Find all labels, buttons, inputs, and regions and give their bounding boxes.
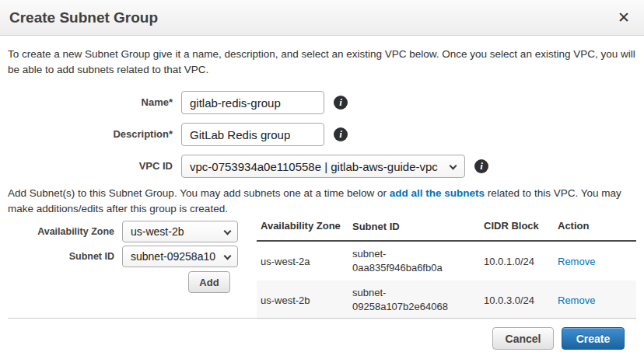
cell-subnet-id: subnet-09258a107b2e64068: [352, 286, 484, 314]
description-label: Description*: [0, 123, 173, 146]
cell-cidr-block: 10.0.1.0/24: [484, 256, 555, 267]
info-icon[interactable]: i: [474, 159, 488, 173]
add-subnets-text: Add Subnet(s) to this Subnet Group. You …: [8, 186, 638, 217]
subnet-id-label: Subnet ID: [0, 246, 114, 267]
name-label: Name*: [0, 91, 173, 114]
dialog-header: Create Subnet Group ✕: [0, 0, 644, 36]
remove-link[interactable]: Remove: [558, 295, 595, 306]
cell-availability-zone: us-west-2b: [257, 295, 352, 306]
cell-action: Remove: [555, 256, 636, 267]
create-button[interactable]: Create: [562, 327, 625, 350]
dialog-title: Create Subnet Group: [9, 0, 158, 36]
subnet-id-selected-value: subnet-09258a10: [131, 250, 215, 263]
name-input[interactable]: [181, 91, 324, 114]
table-row: us-west-2a subnet-0aa835f946ba6fb0a 10.0…: [257, 242, 636, 281]
cell-cidr-block: 10.0.3.0/24: [484, 295, 555, 306]
footer-divider: [8, 318, 636, 319]
close-icon[interactable]: ✕: [614, 0, 633, 36]
subnets-table-header: Availability Zone Subnet ID CIDR Block A…: [257, 220, 636, 242]
add-button[interactable]: Add: [188, 271, 230, 293]
header-cidr-block: CIDR Block: [484, 220, 555, 234]
vpc-id-selected-value: vpc-0753934a0e110558e | gitlab-aws-guide…: [190, 160, 438, 173]
vpc-id-select[interactable]: vpc-0753934a0e110558e | gitlab-aws-guide…: [181, 155, 465, 178]
cell-availability-zone: us-west-2a: [257, 256, 352, 267]
remove-link[interactable]: Remove: [558, 256, 595, 267]
chevron-down-icon: [224, 228, 232, 235]
description-field-row: Description* i: [0, 123, 644, 146]
availability-zone-select[interactable]: us-west-2b: [122, 221, 238, 242]
vpc-field-row: VPC ID vpc-0753934a0e110558e | gitlab-aw…: [0, 155, 644, 178]
table-row: us-west-2b subnet-09258a107b2e64068 10.0…: [257, 281, 636, 319]
info-icon[interactable]: i: [334, 127, 348, 141]
add-subnets-text-before: Add Subnet(s) to this Subnet Group. You …: [8, 187, 390, 199]
name-field-row: Name* i: [0, 91, 644, 114]
subnets-table: Availability Zone Subnet ID CIDR Block A…: [257, 220, 636, 319]
availability-zone-label: Availability Zone: [0, 221, 114, 242]
create-subnet-group-dialog: Create Subnet Group ✕ To create a new Su…: [0, 0, 644, 359]
chevron-down-icon: [224, 253, 232, 260]
info-icon[interactable]: i: [334, 96, 348, 110]
cancel-button[interactable]: Cancel: [492, 327, 554, 350]
header-action: Action: [555, 220, 636, 234]
description-input[interactable]: [181, 123, 324, 146]
availability-zone-selected-value: us-west-2b: [131, 225, 184, 238]
intro-text: To create a new Subnet Group give it a n…: [8, 47, 638, 78]
cell-action: Remove: [555, 295, 636, 306]
chevron-down-icon: [450, 162, 457, 170]
add-all-subnets-link[interactable]: add all the subnets: [390, 187, 485, 199]
cell-subnet-id: subnet-0aa835f946ba6fb0a: [352, 247, 484, 275]
vpc-id-label: VPC ID: [0, 155, 173, 178]
subnet-id-select[interactable]: subnet-09258a10: [122, 246, 238, 267]
header-availability-zone: Availability Zone: [257, 220, 352, 234]
header-subnet-id: Subnet ID: [352, 220, 484, 234]
